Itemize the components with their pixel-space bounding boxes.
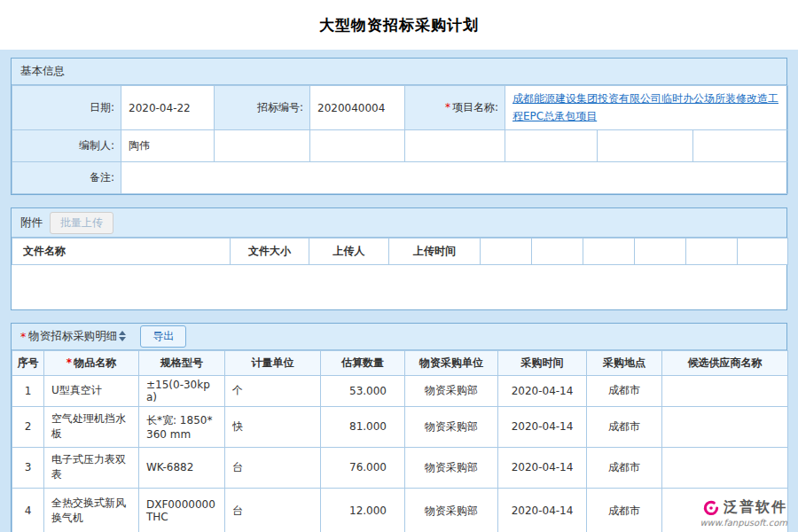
- place-cell: 成都市: [587, 447, 662, 488]
- col-estimated-qty: 估算数量: [321, 350, 405, 375]
- detail-section: * 物资招标采购明细 导出 序号 *物品名称 规格型号 计量单位 估算数量 物资…: [11, 323, 787, 532]
- preparer-label: 编制人:: [12, 130, 121, 162]
- supplier-cell: [662, 375, 788, 406]
- required-asterisk: *: [66, 356, 72, 369]
- empty-cell: [215, 130, 310, 162]
- attachments-table: 文件名称 文件大小 上传人 上传时间: [12, 238, 788, 309]
- sort-icon[interactable]: [119, 331, 126, 341]
- required-asterisk: *: [445, 101, 450, 113]
- remark-value: [121, 162, 788, 194]
- detail-table: 序号 *物品名称 规格型号 计量单位 估算数量 物资采购单位 采购时间 采购地点…: [12, 350, 788, 532]
- col-file-size: 文件大小: [231, 239, 309, 265]
- qty-cell: 12.000: [321, 488, 405, 532]
- preparer-value: 陶伟: [121, 130, 215, 162]
- date-label: 日期:: [12, 86, 121, 130]
- empty-cell: [693, 130, 788, 162]
- empty-cell: [505, 130, 598, 162]
- qty-cell: 76.000: [321, 447, 405, 488]
- item-name-cell: 电子式压力表双表: [44, 447, 139, 488]
- dept-cell: 物资采购部: [405, 447, 498, 488]
- detail-header-row: 序号 *物品名称 规格型号 计量单位 估算数量 物资采购单位 采购时间 采购地点…: [12, 350, 788, 375]
- col-file-name: 文件名称: [12, 239, 231, 265]
- table-row: 3 电子式压力表双表 WK-6882 台 76.000 物资采购部 2020-0…: [12, 447, 788, 488]
- place-cell: 成都市: [587, 488, 662, 532]
- unit-cell: 个: [225, 375, 321, 406]
- unit-cell: 台: [225, 447, 321, 488]
- basic-info-header: 基本信息: [12, 59, 786, 85]
- serial-cell: 3: [12, 447, 44, 488]
- serial-cell: 4: [12, 488, 44, 532]
- fanpu-brand: 泛普软件: [724, 498, 787, 517]
- basic-info-table: 日期: 2020-04-22 招标编号: 2020040004 *项目名称: 成…: [12, 85, 788, 194]
- content-area: 基本信息 日期: 2020-04-22 招标编号: 2020040004 *项目…: [0, 50, 798, 532]
- attachments-empty-area: [12, 265, 788, 309]
- col-purchase-dept: 物资采购单位: [405, 350, 498, 375]
- col-purchase-place: 采购地点: [587, 350, 662, 375]
- fanpu-brand-row: 泛普软件: [700, 498, 787, 517]
- attachments-header-row: 文件名称 文件大小 上传人 上传时间: [12, 239, 788, 265]
- col-spec-model: 规格型号: [139, 350, 225, 375]
- col-item-name: *物品名称: [44, 350, 139, 375]
- table-row: 备注:: [12, 162, 788, 194]
- dept-cell: 物资采购部: [405, 488, 498, 532]
- col-unit: 计量单位: [225, 350, 321, 375]
- bid-number-label: 招标编号:: [215, 86, 310, 130]
- unit-cell: 台: [225, 488, 321, 532]
- attachment-col-empty: [481, 239, 532, 265]
- table-row: 日期: 2020-04-22 招标编号: 2020040004 *项目名称: 成…: [12, 86, 788, 130]
- col-serial: 序号: [12, 350, 44, 375]
- spec-cell: ±15(0-30kpa): [139, 375, 225, 406]
- col-purchase-time: 采购时间: [498, 350, 587, 375]
- basic-info-section: 基本信息 日期: 2020-04-22 招标编号: 2020040004 *项目…: [11, 58, 787, 195]
- export-button[interactable]: 导出: [140, 325, 186, 348]
- page-title: 大型物资招标采购计划: [319, 15, 479, 35]
- fanpu-watermark: 泛普软件 www.fanpusoft.com: [700, 498, 787, 528]
- spec-cell: 长*宽: 1850*360 mm: [139, 406, 225, 447]
- date-value: 2020-04-22: [121, 86, 215, 130]
- serial-cell: 1: [12, 375, 44, 406]
- attachment-col-empty: [532, 239, 583, 265]
- remark-label: 备注:: [12, 162, 121, 194]
- col-upload-time: 上传时间: [389, 239, 481, 265]
- title-band: 大型物资招标采购计划: [0, 0, 798, 50]
- detail-title: 物资招标采购明细: [28, 329, 117, 344]
- supplier-cell: [662, 447, 788, 488]
- spec-cell: DXF0000000THC: [139, 488, 225, 532]
- time-cell: 2020-04-14: [498, 447, 587, 488]
- attachment-col-empty: [635, 239, 686, 265]
- bid-number-value: 2020040004: [310, 86, 405, 130]
- place-cell: 成都市: [587, 406, 662, 447]
- fanpu-logo-icon: [702, 499, 720, 517]
- time-cell: 2020-04-14: [498, 488, 587, 532]
- empty-cell: [405, 130, 505, 162]
- basic-info-title: 基本信息: [20, 64, 65, 79]
- supplier-cell: [662, 406, 788, 447]
- attachment-col-empty: [738, 239, 788, 265]
- time-cell: 2020-04-14: [498, 406, 587, 447]
- attachment-col-empty: [686, 239, 738, 265]
- fanpu-url: www.fanpusoft.com: [700, 518, 787, 528]
- attachments-header: 附件 批量上传: [12, 208, 786, 238]
- detail-title-wrap: * 物资招标采购明细: [20, 329, 126, 344]
- col-item-name-text: 物品名称: [74, 356, 116, 369]
- item-name-cell: 全热交换式新风换气机: [44, 488, 139, 532]
- item-name-cell: 空气处理机挡水板: [44, 406, 139, 447]
- project-name-link[interactable]: 成都能源建设集团投资有限公司临时办公场所装修改造工程EPC总承包项目: [512, 92, 778, 121]
- table-row: 编制人: 陶伟: [12, 130, 788, 162]
- item-name-cell: U型真空计: [44, 375, 139, 406]
- col-uploader: 上传人: [309, 239, 389, 265]
- serial-cell: 2: [12, 406, 44, 447]
- qty-cell: 81.000: [321, 406, 405, 447]
- table-row: 2 空气处理机挡水板 长*宽: 1850*360 mm 快 81.000 物资采…: [12, 406, 788, 447]
- project-name-label-text: 项目名称:: [452, 101, 498, 113]
- empty-cell: [598, 130, 693, 162]
- qty-cell: 53.000: [321, 375, 405, 406]
- project-name-label: *项目名称:: [405, 86, 505, 130]
- col-candidate-supplier: 候选供应商名称: [662, 350, 788, 375]
- batch-upload-button[interactable]: 批量上传: [50, 212, 113, 234]
- required-asterisk: *: [20, 330, 26, 343]
- attachment-col-empty: [583, 239, 635, 265]
- place-cell: 成都市: [587, 375, 662, 406]
- detail-header: * 物资招标采购明细 导出: [12, 324, 786, 350]
- table-row: 1 U型真空计 ±15(0-30kpa) 个 53.000 物资采购部 2020…: [12, 375, 788, 406]
